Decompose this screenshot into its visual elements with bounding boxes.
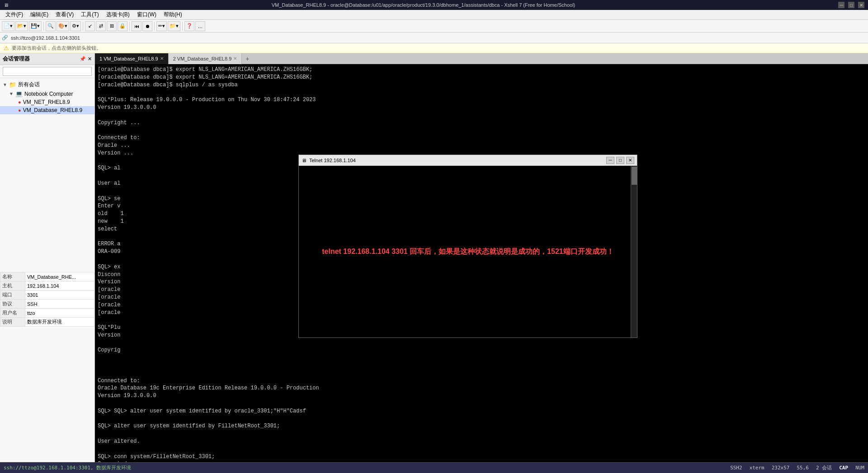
- tree-notebook-expand: ▼: [9, 91, 14, 96]
- telnet-controls: ─ □ ✕: [606, 157, 634, 164]
- minimize-button[interactable]: ─: [838, 2, 844, 8]
- telnet-popup: 🖥 Telnet 192.168.1.104 ─ □ ✕ telnet 192.…: [298, 155, 637, 338]
- status-cap: CAP: [839, 465, 848, 471]
- toolbar-transfer[interactable]: 📁▾: [168, 21, 180, 31]
- prop-key-port: 端口: [0, 290, 25, 300]
- sidebar-header: 会话管理器 📌 ✕: [0, 53, 94, 65]
- scrollbar-thumb: [632, 167, 637, 185]
- prop-val-user: ttzo: [25, 309, 94, 318]
- addressbar-icon: 🔗: [2, 35, 8, 41]
- telnet-close-button[interactable]: ✕: [626, 157, 634, 164]
- sidebar-close-button[interactable]: ✕: [88, 56, 92, 62]
- toolbar-theme[interactable]: 🎨▾: [57, 21, 69, 31]
- tree-all-sessions[interactable]: ▼ 📁 所有会话: [0, 80, 94, 89]
- vm-net-icon: ●: [18, 99, 21, 105]
- prop-key-desc: 说明: [0, 318, 25, 327]
- tree-notebook[interactable]: ▼ 💻 Notebook Computer: [0, 89, 94, 98]
- toolbar-settings[interactable]: ⚙▾: [70, 21, 81, 31]
- notifbar: ⚠ 要添加当前会话，点击左侧的箭头按钮。: [0, 43, 868, 53]
- tab-0-close[interactable]: ✕: [160, 56, 164, 61]
- toolbar-sep3: [129, 22, 130, 31]
- sidebar-tree: ▼ 📁 所有会话 ▼ 💻 Notebook Computer ● VM_NET_…: [0, 78, 94, 272]
- status-num: NUM: [855, 465, 864, 471]
- titlebar-icon: 🖥: [4, 2, 9, 8]
- tab-0[interactable]: 1 VM_Database_RHEL8.9 ✕: [95, 53, 169, 64]
- menu-view[interactable]: 查看(V): [52, 10, 77, 19]
- toolbar-replay[interactable]: ⏮: [132, 21, 142, 31]
- menu-tools[interactable]: 工具(T): [77, 10, 102, 19]
- right-panel: 1 VM_Database_RHEL8.9 ✕ 2 VM_Database_RH…: [95, 53, 868, 462]
- statusbar-session: ssh://ttzo@192.168.1.104:3301, 数据库开发环境: [4, 464, 131, 471]
- tabstrip: 1 VM_Database_RHEL8.9 ✕ 2 VM_Database_RH…: [95, 53, 868, 64]
- menu-tabs[interactable]: 选项卡(B): [103, 10, 133, 19]
- status-ssh: SSH2: [730, 465, 742, 471]
- toolbar-sep1: [43, 22, 44, 31]
- menubar: 文件(F) 编辑(E) 查看(V) 工具(T) 选项卡(B) 窗口(W) 帮助(…: [0, 10, 868, 20]
- tab-1-label: 2 VM_Database_RHEL8.9: [173, 56, 232, 61]
- menu-edit[interactable]: 编辑(E): [27, 10, 52, 19]
- toolbar-search[interactable]: 🔍: [46, 21, 56, 31]
- toolbar-btn3[interactable]: ↙: [85, 21, 95, 31]
- menu-help[interactable]: 帮助(H): [160, 10, 186, 19]
- notebook-label: Notebook Computer: [24, 91, 92, 97]
- computer-icon: 💻: [15, 90, 23, 97]
- toolbar-lock[interactable]: 🔒: [118, 21, 127, 31]
- prop-row-port: 端口 3301: [0, 290, 94, 300]
- terminal-area[interactable]: [oracle@Database dbca]$ export NLS_LANG=…: [95, 64, 868, 462]
- prop-key-proto: 协议: [0, 300, 25, 309]
- menu-file[interactable]: 文件(F): [2, 10, 27, 19]
- tab-1-close[interactable]: ✕: [233, 56, 237, 61]
- toolbar-help[interactable]: ❓: [184, 21, 194, 31]
- tree-expand-icon: ▼: [3, 82, 8, 87]
- toolbar-more[interactable]: …: [195, 21, 205, 31]
- telnet-title-icon: 🖥: [302, 158, 307, 163]
- telnet-minimize-button[interactable]: ─: [606, 157, 614, 164]
- prop-key-name: 名称: [0, 272, 25, 281]
- tab-add-button[interactable]: +: [242, 55, 253, 62]
- telnet-title-text: Telnet 192.168.1.104: [309, 158, 356, 163]
- telnet-scrollbar[interactable]: [631, 166, 637, 337]
- tab-1[interactable]: 2 VM_Database_RHEL8.9 ✕: [169, 53, 242, 64]
- menu-window[interactable]: 窗口(W): [133, 10, 160, 19]
- properties-table: 名称 VM_Database_RHE... 主机 192.168.1.104 端…: [0, 272, 94, 327]
- toolbar-save[interactable]: 💾▾: [29, 21, 42, 31]
- statusbar-right: SSH2 xterm 232x57 55,6 2 会话 CAP NUM: [730, 464, 864, 471]
- sidebar-pin-button[interactable]: 📌: [80, 56, 86, 62]
- sidebar-title: 会话管理器: [3, 55, 30, 63]
- toolbar-btn5[interactable]: ⊞: [107, 21, 117, 31]
- toolbar-new-session[interactable]: 📄▾: [2, 21, 14, 31]
- close-button[interactable]: ✕: [858, 2, 864, 8]
- toolbar-btn4[interactable]: ⇄: [96, 21, 106, 31]
- toolbar-compose[interactable]: ✏▾: [156, 21, 167, 31]
- prop-val-port: 3301: [25, 290, 94, 300]
- vm-net-label: VM_NET_RHEL8.9: [23, 99, 92, 105]
- tree-vm-net[interactable]: ● VM_NET_RHEL8.9: [0, 98, 94, 106]
- toolbar-open[interactable]: 📂▾: [15, 21, 28, 31]
- status-sessions: 2 会话: [816, 464, 832, 471]
- prop-row-name: 名称 VM_Database_RHE...: [0, 272, 94, 281]
- vm-db-icon: ●: [18, 108, 21, 113]
- telnet-body: telnet 192.168.1.104 3301 回车后，如果是这种状态就说明…: [299, 166, 637, 337]
- telnet-maximize-button[interactable]: □: [616, 157, 624, 164]
- prop-row-user: 用户名 ttzo: [0, 309, 94, 318]
- addressbar-text: ssh://ttzo@192.168.1.104:3301: [11, 35, 80, 41]
- tree-vm-database[interactable]: ● VM_Database_RHEL8.9: [0, 106, 94, 114]
- notif-text: 要添加当前会话，点击左侧的箭头按钮。: [12, 45, 101, 52]
- toolbar-sep4: [154, 22, 155, 31]
- toolbar-sep5: [182, 22, 183, 31]
- folder-icon: 📁: [9, 81, 16, 88]
- prop-val-desc: 数据库开发环境: [25, 318, 94, 327]
- prop-val-host: 192.168.1.104: [25, 281, 94, 290]
- toolbar-sep2: [83, 22, 83, 31]
- sidebar: 会话管理器 📌 ✕ ▼ 📁 所有会话 ▼ 💻 Notebook Computer…: [0, 53, 95, 462]
- prop-row-proto: 协议 SSH: [0, 300, 94, 309]
- prop-row-host: 主机 192.168.1.104: [0, 281, 94, 290]
- status-xterm: xterm: [750, 465, 764, 471]
- status-pos: 55,6: [797, 465, 809, 471]
- sidebar-search-input[interactable]: [3, 67, 92, 76]
- maximize-button[interactable]: □: [848, 2, 854, 8]
- sidebar-search-area: [0, 65, 94, 78]
- prop-row-desc: 说明 数据库开发环境: [0, 318, 94, 327]
- notif-icon: ⚠: [4, 45, 9, 52]
- toolbar-record[interactable]: ⏺: [142, 21, 152, 31]
